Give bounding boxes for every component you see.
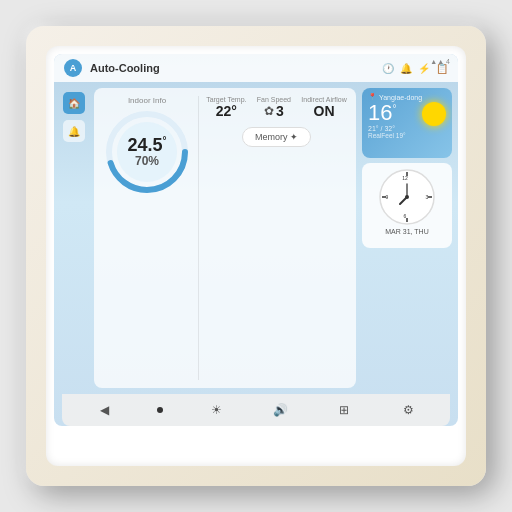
- device-outer: ▲▲ 4 A Auto-Cooling 🕐 🔔 ⚡ 📋 🏠 🔔: [26, 26, 486, 486]
- analog-clock-svg: 12 6 9 3: [378, 168, 436, 226]
- signal-indicator: ▲▲ 4: [430, 58, 450, 65]
- main-content-row: Indoor Info: [102, 96, 348, 380]
- fan-speed-label: Fan Speed: [257, 96, 291, 103]
- settings-button[interactable]: ⚙: [397, 399, 419, 421]
- sidebar-item-home[interactable]: 🏠: [63, 92, 85, 114]
- svg-text:9: 9: [386, 194, 389, 200]
- volume-button[interactable]: 🔊: [269, 399, 291, 421]
- logo-circle: A: [64, 59, 82, 77]
- stats-col: Target Temp. 22° Fan Speed ✿ 3: [205, 96, 348, 380]
- memory-button[interactable]: Memory ✦: [242, 127, 311, 147]
- screen-content: 🏠 🔔 Indoor Info: [54, 82, 458, 394]
- svg-text:3: 3: [426, 194, 429, 200]
- sun-icon: [422, 102, 446, 126]
- fan-speed-value: 3: [276, 103, 284, 119]
- svg-text:12: 12: [402, 175, 408, 181]
- bell-icon: 🔔: [400, 63, 412, 74]
- indoor-col: Indoor Info: [102, 96, 192, 380]
- humidity-display: 70%: [127, 154, 166, 168]
- target-temp-item: Target Temp. 22°: [206, 96, 246, 119]
- weather-range: 21° / 32°: [368, 125, 446, 132]
- home-dot-button[interactable]: [157, 407, 163, 413]
- bottom-toolbar: ◀ ☀ 🔊 ⊞ ⚙: [62, 394, 450, 426]
- clock-card: 12 6 9 3 MAR 31, THU: [362, 163, 452, 248]
- memory-btn-container: Memory ✦: [205, 127, 348, 147]
- app-title: Auto-Cooling: [90, 62, 374, 74]
- stats-row: Target Temp. 22° Fan Speed ✿ 3: [205, 96, 348, 119]
- gauge-container: 24.5° 70%: [102, 107, 192, 197]
- svg-text:6: 6: [404, 213, 407, 219]
- right-panel: 📍 Yangiae-dong 16° 21° / 32° RealFeel 19…: [362, 88, 452, 388]
- screen-header: A Auto-Cooling 🕐 🔔 ⚡ 📋: [54, 54, 458, 82]
- screen: ▲▲ 4 A Auto-Cooling 🕐 🔔 ⚡ 📋 🏠 🔔: [54, 54, 458, 426]
- svg-point-14: [405, 195, 409, 199]
- clock-date: MAR 31, THU: [385, 228, 428, 235]
- fan-speed-item: Fan Speed ✿ 3: [257, 96, 291, 119]
- sidebar-item-notifications[interactable]: 🔔: [63, 120, 85, 142]
- indoor-label: Indoor Info: [128, 96, 166, 105]
- screen-button[interactable]: ⊞: [333, 399, 355, 421]
- weather-location: 📍 Yangiae-dong: [368, 93, 446, 101]
- weather-card: 📍 Yangiae-dong 16° 21° / 32° RealFeel 19…: [362, 88, 452, 158]
- airflow-value: ON: [314, 103, 335, 119]
- back-button[interactable]: ◀: [93, 399, 115, 421]
- sidebar: 🏠 🔔: [60, 88, 88, 388]
- fan-icon: ✿: [264, 104, 274, 118]
- device-face: ▲▲ 4 A Auto-Cooling 🕐 🔔 ⚡ 📋 🏠 🔔: [46, 46, 466, 466]
- divider: [198, 96, 199, 380]
- brightness-button[interactable]: ☀: [205, 399, 227, 421]
- target-temp-value: 22°: [216, 103, 237, 119]
- target-temp-label: Target Temp.: [206, 96, 246, 103]
- airflow-item: Indirect Airflow ON: [301, 96, 347, 119]
- main-panel: Indoor Info: [94, 88, 356, 388]
- bolt-icon: ⚡: [418, 63, 430, 74]
- airflow-label: Indirect Airflow: [301, 96, 347, 103]
- temperature-display: 24.5°: [127, 136, 166, 154]
- clock-icon: 🕐: [382, 63, 394, 74]
- weather-realfeel: RealFeel 19°: [368, 132, 446, 139]
- gauge-text: 24.5° 70%: [127, 136, 166, 168]
